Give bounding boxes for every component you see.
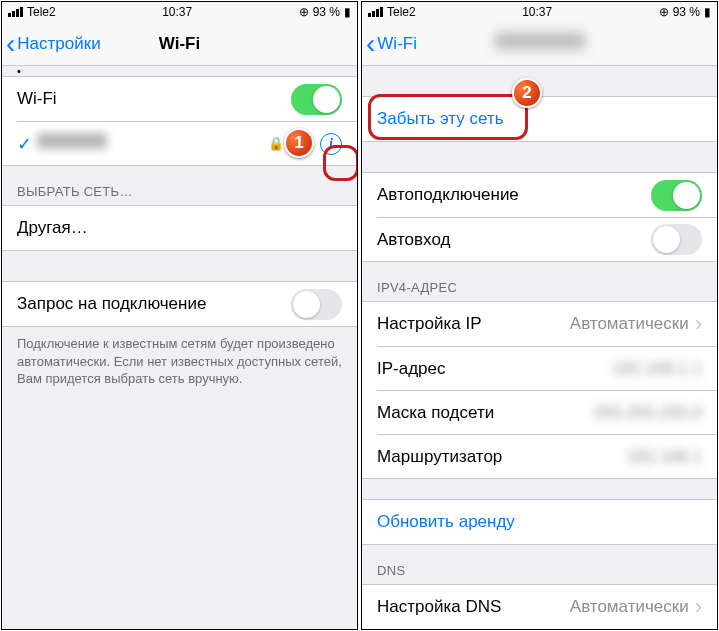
other-label: Другая… bbox=[17, 218, 342, 238]
screen-network-detail: Tele2 10:37 ⊕93 %▮ ‹Wi-Fi Забыть эту сет… bbox=[361, 1, 718, 630]
screen-wifi-list: Tele2 10:37 ⊕93 %▮ ‹Настройки Wi-Fi • Wi… bbox=[1, 1, 358, 630]
ip-config-label: Настройка IP bbox=[377, 314, 570, 334]
clock: 10:37 bbox=[522, 5, 552, 19]
ip-address-row: IP-адрес 192.168.1.1 bbox=[377, 346, 717, 390]
auto-login-row[interactable]: Автовход bbox=[377, 217, 717, 261]
router-row: Маршрутизатор 192.168.1 bbox=[377, 434, 717, 478]
carrier: Tele2 bbox=[387, 5, 416, 19]
subnet-value: 255.255.255.0 bbox=[593, 403, 702, 423]
nav-bar: ‹Настройки Wi-Fi bbox=[2, 22, 357, 66]
auto-section: Автоподключение Автовход bbox=[362, 172, 717, 262]
dns-section: Настройка DNS Автоматически › bbox=[362, 584, 717, 630]
ip-address-label: IP-адрес bbox=[377, 359, 612, 379]
battery-pct: 93 % bbox=[313, 5, 340, 19]
wifi-toggle[interactable] bbox=[291, 84, 342, 115]
router-label: Маршрутизатор bbox=[377, 447, 626, 467]
ask-section: Запрос на подключение bbox=[2, 281, 357, 327]
carrier: Tele2 bbox=[27, 5, 56, 19]
lock-icon: 🔒 bbox=[268, 136, 284, 151]
forget-section: Забыть эту сеть bbox=[362, 96, 717, 142]
other-network-row[interactable]: Другая… bbox=[2, 206, 357, 250]
signal-icon bbox=[368, 7, 383, 17]
ip-config-row[interactable]: Настройка IP Автоматически › bbox=[362, 302, 717, 346]
renew-lease-row[interactable]: Обновить аренду bbox=[362, 500, 717, 544]
router-value: 192.168.1 bbox=[626, 447, 702, 467]
subnet-row: Маска подсети 255.255.255.0 bbox=[377, 390, 717, 434]
ipv4-header: IPV4-АДРЕС bbox=[362, 262, 717, 301]
ip-config-value: Автоматически bbox=[570, 314, 689, 334]
dns-config-row[interactable]: Настройка DNS Автоматически › bbox=[362, 585, 717, 629]
status-bar: Tele2 10:37 ⊕93 %▮ bbox=[362, 2, 717, 22]
forget-network-row[interactable]: Забыть эту сеть bbox=[362, 97, 717, 141]
checkmark-icon: ✓ bbox=[17, 133, 37, 155]
ask-label: Запрос на подключение bbox=[17, 294, 291, 314]
back-button[interactable]: ‹Wi-Fi bbox=[362, 30, 417, 58]
dns-header: DNS bbox=[362, 545, 717, 584]
ask-toggle[interactable] bbox=[291, 289, 342, 320]
networks-section: Другая… bbox=[2, 205, 357, 251]
chevron-left-icon: ‹ bbox=[6, 30, 15, 58]
wifi-icon bbox=[292, 135, 310, 153]
renew-label: Обновить аренду bbox=[377, 512, 702, 532]
ask-footer: Подключение к известным сетям будет прои… bbox=[2, 327, 357, 396]
back-button[interactable]: ‹Настройки bbox=[2, 30, 101, 58]
choose-network-header: ВЫБРАТЬ СЕТЬ… bbox=[2, 166, 357, 205]
chevron-left-icon: ‹ bbox=[366, 30, 375, 58]
orientation-lock-icon: ⊕ bbox=[299, 5, 309, 19]
chevron-right-icon: › bbox=[695, 594, 702, 620]
auto-join-label: Автоподключение bbox=[377, 185, 651, 205]
wifi-label: Wi-Fi bbox=[17, 89, 291, 109]
forget-label: Забыть эту сеть bbox=[377, 109, 702, 129]
orientation-lock-icon: ⊕ bbox=[659, 5, 669, 19]
subnet-label: Маска подсети bbox=[377, 403, 593, 423]
back-label: Wi-Fi bbox=[377, 34, 417, 54]
ipv4-section: Настройка IP Автоматически › IP-адрес 19… bbox=[362, 301, 717, 479]
signal-icon bbox=[8, 7, 23, 17]
clock: 10:37 bbox=[162, 5, 192, 19]
back-label: Настройки bbox=[17, 34, 100, 54]
auto-login-toggle[interactable] bbox=[651, 224, 702, 255]
ask-to-join-row[interactable]: Запрос на подключение bbox=[2, 282, 357, 326]
chevron-right-icon: › bbox=[695, 311, 702, 337]
battery-pct: 93 % bbox=[673, 5, 700, 19]
wifi-toggle-row[interactable]: Wi-Fi bbox=[2, 77, 357, 121]
page-title bbox=[495, 33, 585, 54]
renew-section: Обновить аренду bbox=[362, 499, 717, 545]
pager-dots: • bbox=[2, 66, 357, 76]
info-icon[interactable]: i bbox=[320, 133, 342, 155]
status-bar: Tele2 10:37 ⊕93 %▮ bbox=[2, 2, 357, 22]
ip-address-value: 192.168.1.1 bbox=[612, 359, 702, 379]
auto-join-row[interactable]: Автоподключение bbox=[362, 173, 717, 217]
auto-join-toggle[interactable] bbox=[651, 180, 702, 211]
dns-config-label: Настройка DNS bbox=[377, 597, 570, 617]
auto-login-label: Автовход bbox=[377, 230, 651, 250]
nav-bar: ‹Wi-Fi bbox=[362, 22, 717, 66]
battery-icon: ▮ bbox=[344, 5, 351, 19]
network-name bbox=[37, 133, 268, 154]
wifi-section: Wi-Fi ✓ 🔒 i bbox=[2, 76, 357, 166]
connected-network-row[interactable]: ✓ 🔒 i bbox=[17, 121, 357, 165]
battery-icon: ▮ bbox=[704, 5, 711, 19]
dns-config-value: Автоматически bbox=[570, 597, 689, 617]
page-title: Wi-Fi bbox=[159, 34, 200, 54]
